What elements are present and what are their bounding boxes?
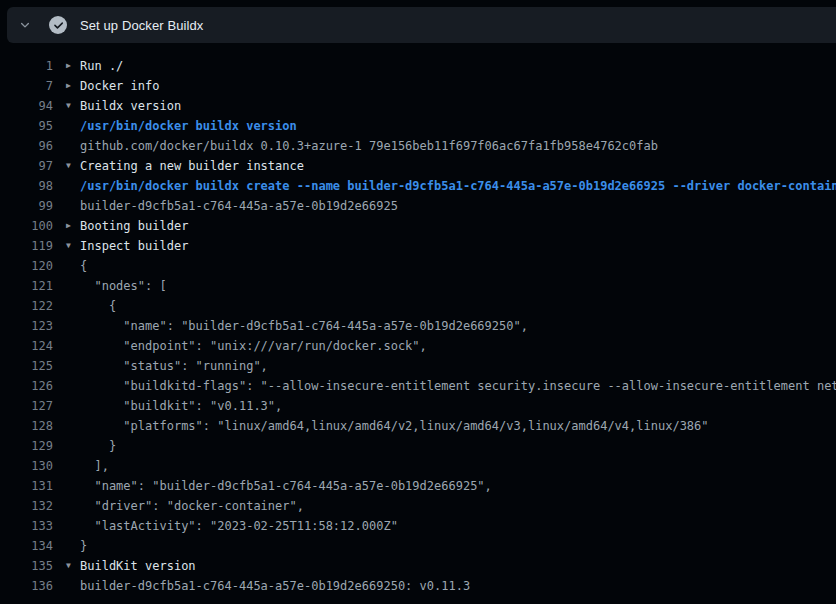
line-number[interactable]: 131 (0, 476, 53, 496)
line-number[interactable]: 120 (0, 256, 53, 276)
group-marker-icon (66, 116, 80, 136)
line-number[interactable]: 124 (0, 336, 53, 356)
line-text: "lastActivity": "2023-02-25T11:58:12.000… (80, 516, 836, 536)
line-text: Docker info (80, 76, 836, 96)
line-text: Booting builder (80, 216, 836, 236)
triangle-down-icon: ▼ (66, 556, 80, 576)
line-number[interactable]: 129 (0, 436, 53, 456)
line-number[interactable]: 133 (0, 516, 53, 536)
group-marker-icon (66, 276, 80, 296)
line-number[interactable]: 121 (0, 276, 53, 296)
line-text: "platforms": "linux/amd64,linux/amd64/v2… (80, 416, 836, 436)
line-text: } (80, 436, 836, 456)
line-text: BuildKit version (80, 556, 836, 576)
line-number[interactable]: 7 (0, 76, 53, 96)
log-line-row: 98 /usr/bin/docker buildx create --name … (0, 176, 836, 196)
line-number[interactable]: 119 (0, 236, 53, 256)
log-group-row[interactable]: 135 ▼ BuildKit version (0, 556, 836, 576)
group-marker-icon (66, 576, 80, 596)
triangle-right-icon: ▶ (66, 56, 80, 76)
line-text: "endpoint": "unix:///var/run/docker.sock… (80, 336, 836, 356)
line-number[interactable]: 1 (0, 56, 53, 76)
line-number[interactable]: 136 (0, 576, 53, 596)
log-line-row: 133 "lastActivity": "2023-02-25T11:58:12… (0, 516, 836, 536)
log-line-row: 99 builder-d9cfb5a1-c764-445a-a57e-0b19d… (0, 196, 836, 216)
log-line-row: 127 "buildkit": "v0.11.3", (0, 396, 836, 416)
group-marker-icon (66, 456, 80, 476)
group-marker-icon (66, 436, 80, 456)
line-text: Run ./ (80, 56, 836, 76)
line-number[interactable]: 132 (0, 496, 53, 516)
triangle-down-icon: ▼ (66, 96, 80, 116)
line-text: Inspect builder (80, 236, 836, 256)
line-number[interactable]: 98 (0, 176, 53, 196)
log-line-row: 134 } (0, 536, 836, 556)
line-text: Buildx version (80, 96, 836, 116)
log-output: 1 ▶ Run ./ 7 ▶ Docker info 94 ▼ Buildx v… (0, 43, 836, 604)
log-line-row: 122 { (0, 296, 836, 316)
group-marker-icon (66, 296, 80, 316)
group-marker-icon (66, 316, 80, 336)
line-number[interactable]: 95 (0, 116, 53, 136)
group-marker-icon (66, 416, 80, 436)
line-text: "nodes": [ (80, 276, 836, 296)
step-title: Set up Docker Buildx (80, 18, 203, 33)
line-number[interactable]: 99 (0, 196, 53, 216)
log-group-row[interactable]: 94 ▼ Buildx version (0, 96, 836, 116)
log-line-row: 128 "platforms": "linux/amd64,linux/amd6… (0, 416, 836, 436)
log-line-row: 132 "driver": "docker-container", (0, 496, 836, 516)
triangle-down-icon: ▼ (66, 236, 80, 256)
group-marker-icon (66, 136, 80, 156)
line-number[interactable]: 135 (0, 556, 53, 576)
log-group-row[interactable]: 119 ▼ Inspect builder (0, 236, 836, 256)
log-line-row: 131 "name": "builder-d9cfb5a1-c764-445a-… (0, 476, 836, 496)
triangle-right-icon: ▶ (66, 76, 80, 96)
triangle-right-icon: ▶ (66, 216, 80, 236)
line-number[interactable]: 122 (0, 296, 53, 316)
line-number[interactable]: 128 (0, 416, 53, 436)
chevron-down-icon[interactable] (17, 17, 33, 33)
line-text: "status": "running", (80, 356, 836, 376)
line-number[interactable]: 125 (0, 356, 53, 376)
line-number[interactable]: 134 (0, 536, 53, 556)
log-line-row: 120 { (0, 256, 836, 276)
log-line-row: 123 "name": "builder-d9cfb5a1-c764-445a-… (0, 316, 836, 336)
line-number[interactable]: 126 (0, 376, 53, 396)
log-line-row: 129 } (0, 436, 836, 456)
log-group-row[interactable]: 97 ▼ Creating a new builder instance (0, 156, 836, 176)
line-number[interactable]: 130 (0, 456, 53, 476)
line-number[interactable]: 127 (0, 396, 53, 416)
line-number[interactable]: 94 (0, 96, 53, 116)
log-line-row: 96 github.com/docker/buildx 0.10.3+azure… (0, 136, 836, 156)
log-group-row[interactable]: 7 ▶ Docker info (0, 76, 836, 96)
line-text: "buildkit": "v0.11.3", (80, 396, 836, 416)
line-number[interactable]: 123 (0, 316, 53, 336)
line-text: builder-d9cfb5a1-c764-445a-a57e-0b19d2e6… (80, 576, 836, 596)
group-marker-icon (66, 396, 80, 416)
group-marker-icon (66, 196, 80, 216)
line-text: /usr/bin/docker buildx create --name bui… (80, 176, 836, 196)
line-text: "name": "builder-d9cfb5a1-c764-445a-a57e… (80, 316, 836, 336)
line-text: builder-d9cfb5a1-c764-445a-a57e-0b19d2e6… (80, 196, 836, 216)
triangle-down-icon: ▼ (66, 156, 80, 176)
log-group-row[interactable]: 100 ▶ Booting builder (0, 216, 836, 236)
line-number[interactable]: 100 (0, 216, 53, 236)
log-line-row: 126 "buildkitd-flags": "--allow-insecure… (0, 376, 836, 396)
group-marker-icon (66, 476, 80, 496)
log-lines: 1 ▶ Run ./ 7 ▶ Docker info 94 ▼ Buildx v… (0, 56, 836, 596)
step-header[interactable]: Set up Docker Buildx (7, 7, 836, 43)
line-text: } (80, 536, 836, 556)
log-line-row: 121 "nodes": [ (0, 276, 836, 296)
line-text: { (80, 256, 836, 276)
log-line-row: 95 /usr/bin/docker buildx version (0, 116, 836, 136)
log-line-row: 130 ], (0, 456, 836, 476)
group-marker-icon (66, 176, 80, 196)
line-text: github.com/docker/buildx 0.10.3+azure-1 … (80, 136, 836, 156)
line-number[interactable]: 97 (0, 156, 53, 176)
log-group-row[interactable]: 1 ▶ Run ./ (0, 56, 836, 76)
line-number[interactable]: 96 (0, 136, 53, 156)
line-text: ], (80, 456, 836, 476)
group-marker-icon (66, 536, 80, 556)
check-circle-icon (49, 16, 67, 34)
group-marker-icon (66, 336, 80, 356)
